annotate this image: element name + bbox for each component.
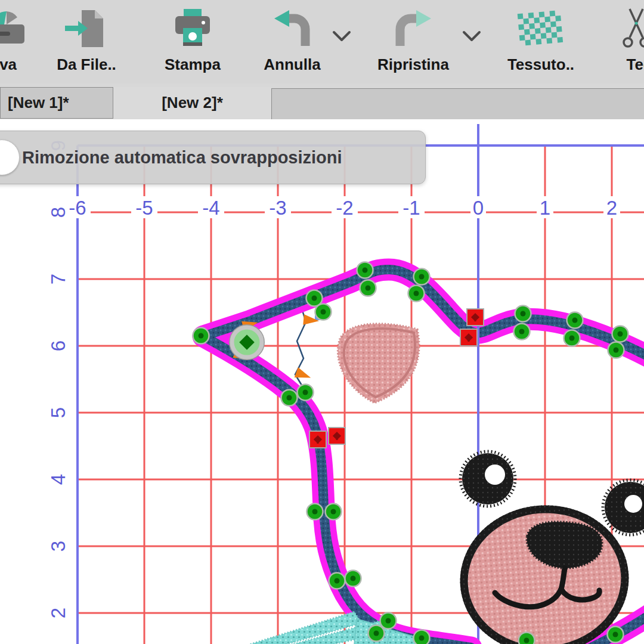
tab-strip-filler (271, 88, 644, 120)
toolbar-button-stampa[interactable]: Stampa (157, 0, 228, 83)
tab-label: [New 2]* (162, 94, 223, 112)
toolbar-label: Annulla (256, 55, 328, 74)
control-node[interactable] (567, 312, 583, 329)
ruler-y-label: 3 (47, 541, 69, 552)
ruler-x-label: -6 (69, 197, 86, 219)
control-node[interactable] (326, 504, 342, 520)
ruler-x-label: -4 (202, 197, 219, 219)
tab-content-divider (0, 119, 644, 124)
toolbar-label: Stampa (157, 55, 228, 74)
document-tabbar: [New 1]* [New 2]* (0, 83, 644, 119)
redo-icon (371, 6, 455, 51)
toggle-knob[interactable] (0, 140, 20, 175)
scissors-icon (609, 6, 644, 51)
control-node[interactable] (193, 328, 209, 344)
segment-handle[interactable] (329, 428, 345, 444)
segment-handle[interactable] (467, 309, 484, 326)
bear-muzzle[interactable] (457, 501, 632, 644)
tab-label: [New 1]* (8, 94, 69, 112)
ruler-x-label: -2 (336, 197, 353, 219)
control-node[interactable] (564, 330, 580, 346)
bear-right-eye[interactable] (603, 480, 644, 535)
control-node[interactable] (357, 262, 373, 278)
control-node[interactable] (519, 633, 535, 644)
segment-handle[interactable] (460, 329, 477, 346)
undo-icon (256, 6, 328, 51)
control-node[interactable] (612, 326, 628, 342)
design-canvas[interactable]: -6-5-4-3-2-101298765432 (0, 123, 644, 644)
toolbar-button-annulla[interactable]: Annulla (256, 0, 328, 83)
ruler-x-label: 2 (606, 197, 617, 219)
tab-new-2[interactable]: [New 2]* (113, 87, 271, 119)
control-node[interactable] (307, 504, 323, 520)
control-node[interactable] (360, 280, 376, 296)
save-icon (0, 6, 48, 51)
ruler-x-label: -1 (402, 197, 420, 219)
ruler-y-label: 7 (47, 274, 69, 284)
control-node[interactable] (380, 613, 397, 629)
ruler-y-label: 6 (47, 340, 69, 351)
control-node[interactable] (329, 573, 345, 589)
toolbar-button-tessuto[interactable]: Tessuto.. (502, 0, 580, 83)
ruler-y-label: 8 (47, 207, 69, 218)
ruler-x-label: 0 (473, 197, 484, 219)
ruler-y-label: 5 (47, 407, 69, 418)
auto-overlap-removal-panel: Rimozione automatica sovrapposizioni (0, 131, 426, 184)
control-node[interactable] (608, 627, 624, 643)
open-from-file-icon (51, 6, 122, 51)
control-node[interactable] (408, 286, 425, 302)
toolbar-label: Da File.. (51, 55, 122, 74)
toolbar-label: Tessuto.. (502, 55, 580, 74)
segment-handle[interactable] (309, 431, 326, 448)
toolbar-label: Tec (609, 55, 644, 74)
control-node[interactable] (608, 342, 624, 358)
toolbar-button-tecnica[interactable]: Tec (609, 0, 644, 83)
control-node[interactable] (315, 304, 332, 320)
toolbar-button-ripristina[interactable]: Ripristina (371, 0, 455, 83)
toggle-label: Rimozione automatica sovrapposizioni (22, 131, 342, 184)
control-node[interactable] (298, 385, 314, 401)
control-node[interactable] (345, 571, 361, 587)
control-node[interactable] (515, 306, 531, 322)
selected-control-node[interactable] (230, 325, 264, 360)
control-node[interactable] (414, 630, 430, 644)
main-toolbar: lva Da File.. Stampa (0, 0, 644, 83)
toolbar-button-da-file[interactable]: Da File.. (51, 0, 122, 83)
embroidery-app-window: { "app": {"description": "embroidery edi… (0, 0, 644, 644)
ruler-x-label: -5 (135, 197, 153, 219)
bear-left-eye[interactable] (460, 451, 515, 506)
control-node[interactable] (369, 626, 385, 642)
ruler-y-label: 2 (47, 608, 69, 618)
bear-ear-applique[interactable] (338, 324, 419, 403)
control-node[interactable] (281, 390, 298, 406)
toolbar-label: lva (0, 55, 48, 74)
tab-new-1[interactable]: [New 1]* (0, 87, 113, 119)
printer-icon (157, 6, 228, 51)
control-node[interactable] (514, 324, 530, 340)
ruler-x-label: -3 (269, 197, 286, 219)
redo-menu-chevron[interactable] (462, 29, 482, 44)
ruler-y-label: 4 (47, 474, 69, 485)
toolbar-label: Ripristina (371, 55, 455, 74)
control-node[interactable] (414, 269, 430, 285)
fabric-swatch-icon (502, 6, 580, 51)
ruler-x-label: 1 (540, 197, 550, 219)
undo-menu-chevron[interactable] (332, 29, 352, 44)
toolbar-button-salva[interactable]: lva (0, 0, 48, 83)
